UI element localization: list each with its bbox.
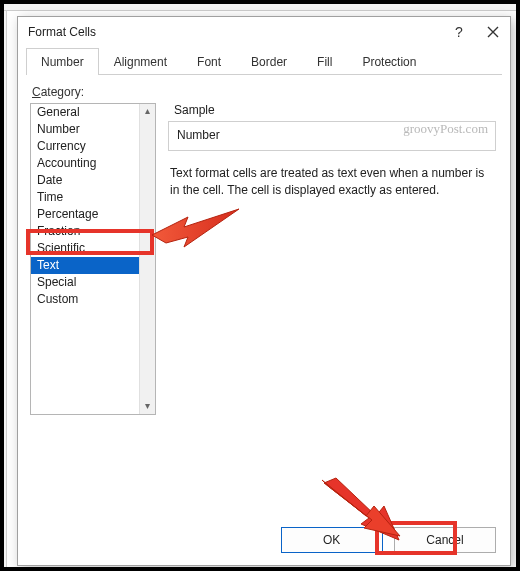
category-item-time[interactable]: Time (31, 189, 155, 206)
category-item-special[interactable]: Special (31, 274, 155, 291)
format-cells-dialog: Format Cells ? Number Alignment Font Bor… (17, 16, 511, 566)
tab-font[interactable]: Font (182, 48, 236, 75)
close-button[interactable] (476, 17, 510, 47)
dialog-titlebar[interactable]: Format Cells ? (18, 17, 510, 47)
tab-alignment[interactable]: Alignment (99, 48, 182, 75)
sample-value: Number (177, 128, 220, 142)
tab-number[interactable]: Number (26, 48, 99, 75)
tab-protection[interactable]: Protection (347, 48, 431, 75)
ribbon-fragment (4, 4, 516, 11)
category-label: Category: (32, 85, 498, 99)
category-item-fraction[interactable]: Fraction (31, 223, 155, 240)
category-listbox[interactable]: GeneralNumberCurrencyAccountingDateTimeP… (30, 103, 156, 415)
scroll-down-icon[interactable]: ▾ (140, 399, 155, 414)
category-item-percentage[interactable]: Percentage (31, 206, 155, 223)
sample-box: Number (168, 121, 496, 151)
scroll-up-icon[interactable]: ▴ (140, 104, 155, 119)
tab-fill[interactable]: Fill (302, 48, 347, 75)
category-item-text[interactable]: Text (31, 257, 155, 274)
category-item-currency[interactable]: Currency (31, 138, 155, 155)
category-item-general[interactable]: General (31, 104, 155, 121)
help-button[interactable]: ? (442, 17, 476, 47)
tab-strip: Number Alignment Font Border Fill Protec… (26, 47, 502, 75)
category-item-date[interactable]: Date (31, 172, 155, 189)
listbox-scrollbar[interactable]: ▴ ▾ (139, 104, 155, 414)
tab-border[interactable]: Border (236, 48, 302, 75)
close-icon (487, 26, 499, 38)
question-icon: ? (455, 24, 463, 40)
category-description: Text format cells are treated as text ev… (170, 165, 496, 199)
category-item-scientific[interactable]: Scientific (31, 240, 155, 257)
category-item-accounting[interactable]: Accounting (31, 155, 155, 172)
cancel-button[interactable]: Cancel (394, 527, 496, 553)
ok-button[interactable]: OK (281, 527, 383, 553)
dialog-title: Format Cells (28, 25, 96, 39)
category-item-number[interactable]: Number (31, 121, 155, 138)
category-item-custom[interactable]: Custom (31, 291, 155, 308)
sample-label: Sample (174, 103, 496, 117)
